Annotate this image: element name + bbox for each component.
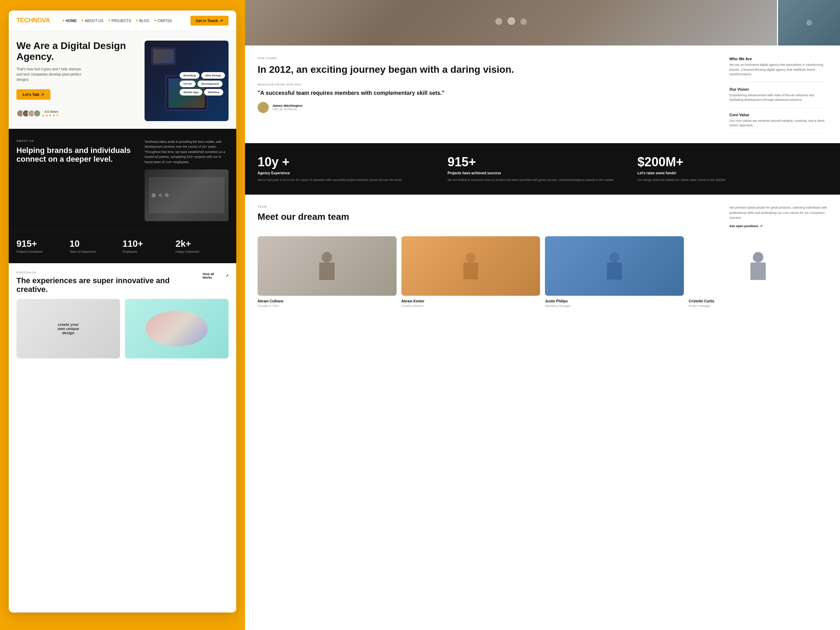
tags-row-2: UI+UX Development — [180, 81, 225, 87]
office-p2 — [507, 17, 515, 25]
stars-text: 4.5 Stars — [44, 109, 59, 114]
team-left: TEAM Meet our dream team — [257, 205, 717, 228]
see-positions-link[interactable]: See open positions ↗ — [729, 224, 827, 228]
nav-cart-label: CART(0) — [158, 19, 172, 23]
dark-stat-2-title: Projects have achieved success — [448, 171, 631, 175]
right-panel: OUR STORY In 2012, an exciting journey b… — [245, 0, 840, 630]
team-header: TEAM Meet our dream team We prioritize g… — [257, 205, 827, 228]
nav-dot — [63, 20, 65, 21]
portfolio-card-2[interactable] — [125, 299, 229, 358]
nav-cta-button[interactable]: Get in Touch ↗ — [190, 16, 229, 25]
team-card-4: Cristofer Curtis Project Manager — [689, 236, 828, 308]
nav-cta-arrow: ↗ — [220, 19, 223, 23]
about-right: TechNova takes pride in providing the be… — [145, 139, 229, 221]
stat-years-number: 10 — [69, 239, 123, 248]
dark-stat-1-desc: We've had quite a run in our 10+ years o… — [257, 178, 441, 182]
card-1-content: create yourown uniquedesign — [54, 319, 82, 338]
dark-stat-3-number: $200M+ — [637, 156, 820, 168]
member-3-role: Marketing Manager — [545, 304, 684, 308]
person-2-silhouette — [463, 253, 478, 279]
hero-title: We Are a Digital Design Agency. — [16, 41, 138, 62]
nav-projects[interactable]: PROJECTS — [109, 19, 131, 23]
our-vision-item: Our Vision Empowering advancement with s… — [729, 82, 827, 108]
person-4-silhouette — [750, 252, 766, 280]
avatar-row — [16, 109, 39, 117]
nav-blog-label: BLOG — [139, 19, 150, 23]
nav-links: HOME ABOUT US PROJECTS BLOG CART(0) — [63, 16, 229, 25]
tag-mobile: Mobile App — [180, 89, 202, 96]
tag-uiux: UI+UX — [180, 81, 196, 87]
tags-row-3: Mobile App Webflow — [180, 89, 225, 96]
top-img-1-inner — [245, 0, 777, 46]
nav-cta-label: Get in Touch — [196, 19, 218, 23]
nav-cart[interactable]: CART(0) — [154, 19, 172, 23]
stat-customers-number: 2k+ — [176, 239, 229, 248]
stat-employees-number: 110+ — [123, 239, 176, 248]
core-value-item: Core Value Our core values are centered … — [729, 108, 827, 133]
portfolio-section: PORTFOLIO The experiences are super inno… — [9, 263, 236, 365]
top-img-2-overlay — [778, 0, 840, 46]
nav-home-label: HOME — [66, 19, 77, 23]
office-p3 — [521, 19, 527, 25]
avatar-4 — [33, 109, 41, 117]
person-2 — [159, 194, 162, 197]
person-1-head — [322, 252, 332, 262]
hero-left: We Are a Digital Design Agency. That's h… — [16, 41, 138, 121]
story-label: OUR STORY — [257, 57, 717, 60]
stat-customers-label: Happy Customers — [176, 250, 229, 253]
person-3 — [165, 193, 169, 197]
team-description: We prioritize great people for great pro… — [729, 205, 827, 220]
dark-stats-section: 10y + Agency Experience We've had quite … — [245, 143, 840, 195]
office-scene — [149, 177, 224, 213]
team-card-1: Abram Culhane Founder & CEO — [257, 236, 396, 308]
member-2-role: Creative Director — [401, 304, 540, 308]
tag-branding: Branding — [180, 72, 199, 79]
top-img-2-inner — [778, 0, 840, 46]
see-positions-text: See open positions — [729, 224, 758, 228]
view-all-link[interactable]: View all Works ↗ — [203, 272, 229, 279]
stat-projects-number: 915+ — [16, 239, 69, 248]
story-right: Who We Are We are an innovative digital … — [729, 57, 827, 133]
core-value-title: Core Value — [729, 113, 827, 117]
stat-years: 10 Years of Experience — [69, 239, 123, 253]
nav-about[interactable]: ABOUT US — [82, 19, 103, 23]
about-description: TechNova takes pride in providing the be… — [145, 139, 229, 164]
stat-employees-label: Employees — [123, 250, 176, 253]
dark-stat-2-number: 915+ — [448, 156, 631, 168]
hero-right: Branding Web Design UI+UX Development Mo… — [145, 41, 229, 121]
team-right: We prioritize great people for great pro… — [729, 205, 827, 228]
nav-home[interactable]: HOME — [63, 19, 77, 23]
team-label: TEAM — [257, 205, 717, 208]
tag-webdesign: Web Design — [201, 72, 225, 79]
dark-stat-1-number: 10y + — [257, 156, 441, 168]
person-4-body — [750, 262, 766, 280]
nav-blog[interactable]: BLOG — [136, 19, 150, 23]
our-vision-desc: Empowering advancement with state-of-the… — [729, 93, 827, 103]
nav-dot-cart — [154, 20, 156, 21]
about-left: ABOUT US Helping brands and individuals … — [16, 139, 137, 221]
hero-cta-button[interactable]: Let's Talk ↗ — [16, 89, 51, 100]
stats-bar: 915+ Projects Completed 10 Years of Expe… — [9, 232, 236, 263]
browser-frame: TECHNOVA HOME ABOUT US PROJECTS BLOG — [9, 11, 236, 613]
logo: TECHNOVA — [16, 17, 50, 24]
nav-dot-projects — [109, 20, 110, 21]
person-silhouette-2 — [807, 20, 812, 25]
team-photo-3 — [545, 236, 684, 296]
team-photo-2-inner — [401, 236, 540, 296]
stat-projects-label: Projects Completed — [16, 250, 69, 253]
navigation: TECHNOVA HOME ABOUT US PROJECTS BLOG — [9, 11, 236, 31]
ceo-name: James Washington — [272, 104, 302, 107]
dark-stat-3-desc: Our design work has helped our clients r… — [637, 178, 820, 182]
who-we-are-item: Who We Are We are an innovative digital … — [729, 57, 827, 82]
stat-customers: 2k+ Happy Customers — [176, 239, 229, 253]
hero-tags: Branding Web Design UI+UX Development Mo… — [180, 72, 225, 96]
left-panel: TECHNOVA HOME ABOUT US PROJECTS BLOG — [0, 0, 245, 630]
story-left: OUR STORY In 2012, an exciting journey b… — [257, 57, 717, 133]
portfolio-card-1[interactable]: create yourown uniquedesign — [16, 299, 120, 358]
about-title: Helping brands and individuals connect o… — [16, 146, 137, 164]
nav-dot-about — [82, 20, 83, 21]
team-card-3: Justin Philips Marketing Manager — [545, 236, 684, 308]
portfolio-header: PORTFOLIO The experiences are super inno… — [16, 271, 229, 294]
hero-cta-arrow: ↗ — [41, 92, 44, 96]
team-section: TEAM Meet our dream team We prioritize g… — [245, 194, 840, 630]
